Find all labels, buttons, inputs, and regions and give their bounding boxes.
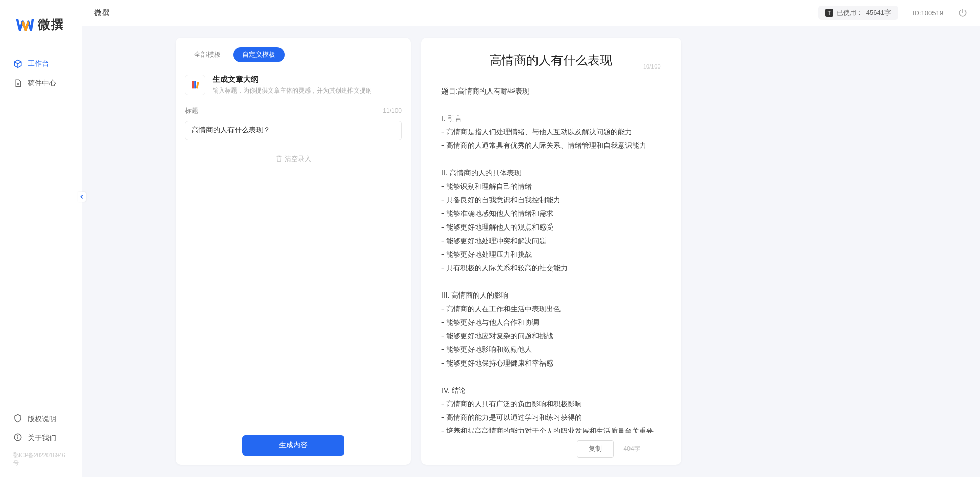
icp-text: 鄂ICP备2022016946号 xyxy=(0,447,82,472)
power-icon[interactable] xyxy=(958,8,968,18)
panel-left: 全部模板 自定义模板 生成文章大纲 输入标题，为你提供文章主体的灵感，并为其创建… xyxy=(176,38,411,465)
header-title: 微撰 xyxy=(94,8,109,18)
generate-button[interactable]: 生成内容 xyxy=(242,435,344,456)
nav-label: 工作台 xyxy=(28,59,49,69)
cube-icon xyxy=(13,59,22,69)
wordcount: 404字 xyxy=(624,445,640,453)
svg-rect-5 xyxy=(196,82,199,88)
doc-body[interactable]: 题目:高情商的人有哪些表现 I. 引言 - 高情商是指人们处理情绪、与他人互动以… xyxy=(421,75,681,433)
panel-right: 高情商的人有什么表现 10/100 题目:高情商的人有哪些表现 I. 引言 - … xyxy=(421,38,681,465)
shield-icon xyxy=(13,414,22,424)
nav-drafts[interactable]: 稿件中心 xyxy=(0,74,82,93)
template-title: 生成文章大纲 xyxy=(213,75,372,84)
title-input[interactable] xyxy=(185,121,402,140)
books-icon xyxy=(185,75,205,95)
nav-workspace[interactable]: 工作台 xyxy=(0,54,82,74)
nav: 工作台 稿件中心 xyxy=(0,49,82,404)
user-id: ID:100519 xyxy=(913,9,943,17)
template-block: 生成文章大纲 输入标题，为你提供文章主体的灵感，并为其创建推文提纲 xyxy=(176,62,411,103)
copy-button[interactable]: 复制 xyxy=(577,440,614,458)
title-label: 标题 xyxy=(185,106,198,116)
clear-label: 清空录入 xyxy=(285,154,311,164)
usage-badge[interactable]: T 已使用： 45641字 xyxy=(818,6,898,20)
logo-text: 微撰 xyxy=(38,16,64,33)
clear-button[interactable]: 清空录入 xyxy=(176,140,411,178)
svg-rect-3 xyxy=(192,81,194,89)
sidebar-bottom: 版权说明 关于我们 鄂ICP备2022016946号 xyxy=(0,404,82,477)
tab-all-templates[interactable]: 全部模板 xyxy=(185,47,230,62)
collapse-toggle[interactable] xyxy=(78,192,86,202)
doc-title[interactable]: 高情商的人有什么表现 xyxy=(462,52,640,69)
sidebar-bottom-label: 关于我们 xyxy=(28,434,56,443)
template-desc: 输入标题，为你提供文章主体的灵感，并为其创建推文提纲 xyxy=(213,86,372,95)
document-icon xyxy=(13,79,22,88)
doc-title-counter: 10/100 xyxy=(643,63,661,70)
title-counter: 11/100 xyxy=(383,107,402,115)
svg-point-2 xyxy=(18,435,18,436)
sidebar-copyright[interactable]: 版权说明 xyxy=(0,410,82,428)
usage-value: 45641字 xyxy=(866,8,891,17)
sidebar: 微撰 工作台 稿件中心 版权说明 xyxy=(0,0,82,477)
tabs: 全部模板 自定义模板 xyxy=(176,38,411,62)
tab-custom-templates[interactable]: 自定义模板 xyxy=(233,47,285,62)
text-icon: T xyxy=(825,9,833,17)
header: 微撰 T 已使用： 45641字 ID:100519 xyxy=(82,0,980,26)
usage-label: 已使用： xyxy=(836,8,863,17)
form-section: 标题 11/100 xyxy=(176,103,411,140)
svg-rect-4 xyxy=(194,81,196,89)
logo-icon xyxy=(15,15,34,34)
main: 全部模板 自定义模板 生成文章大纲 输入标题，为你提供文章主体的灵感，并为其创建… xyxy=(164,26,693,477)
sidebar-about[interactable]: 关于我们 xyxy=(0,428,82,447)
trash-icon xyxy=(275,155,283,164)
logo: 微撰 xyxy=(0,0,82,49)
sidebar-bottom-label: 版权说明 xyxy=(28,415,56,424)
nav-label: 稿件中心 xyxy=(28,79,56,88)
info-icon xyxy=(13,433,22,443)
